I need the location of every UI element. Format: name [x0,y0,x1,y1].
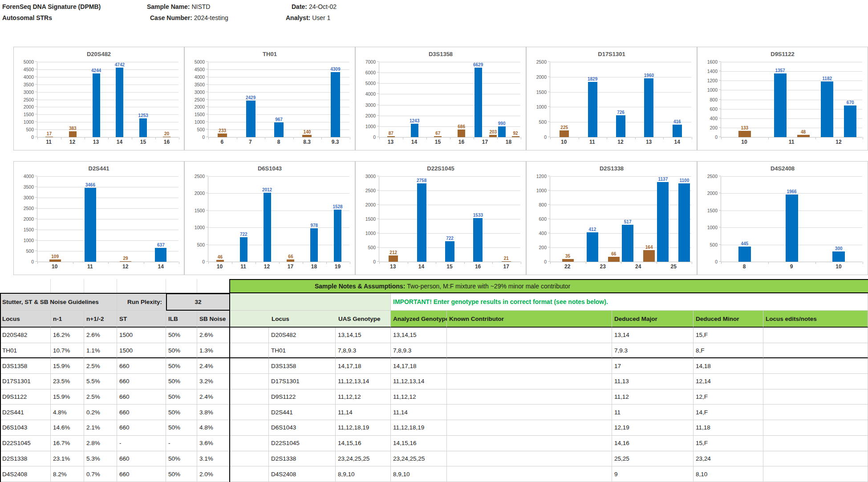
spacer-cell[interactable] [230,358,269,374]
genotype-cell[interactable] [447,451,612,467]
genotype-cell[interactable]: 11,12,12 [336,389,391,405]
spacer-cell[interactable] [230,389,269,405]
spacer-cell[interactable] [230,436,269,451]
genotype-cell[interactable]: 11,13 [612,374,694,389]
genotype-cell[interactable]: 14,17,18 [336,358,391,374]
guidelines-cell[interactable]: 1.3% [197,343,230,359]
guidelines-cell[interactable]: 3.1% [197,451,230,467]
guidelines-cell[interactable]: 2.4% [197,389,230,405]
genotype-cell[interactable]: 7,9.3 [612,343,694,359]
genotype-cell[interactable]: 11,12,18,19 [336,420,391,436]
guidelines-cell[interactable]: 4.8% [51,405,84,420]
guidelines-cell[interactable]: TH01 [0,343,51,359]
genotype-cell[interactable]: 11,12,12 [391,389,447,405]
genotype-cell[interactable]: 9 [612,466,694,482]
genotype-cell[interactable]: D9S1122 [269,389,336,405]
guidelines-cell[interactable]: 50% [166,343,197,359]
genotype-cell[interactable]: 11,14 [391,405,447,420]
genotype-cell[interactable] [447,436,612,451]
guidelines-cell[interactable]: 10.7% [51,343,84,359]
genotype-cell[interactable]: D2S1338 [269,451,336,467]
genotype-cell[interactable]: 17 [612,358,694,374]
genotype-cell[interactable] [763,374,868,389]
genotype-cell[interactable]: 11,14 [336,405,391,420]
genotype-cell[interactable]: 13,14,15 [336,328,391,343]
guidelines-cell[interactable]: 50% [166,420,197,436]
genotype-cell[interactable]: 12,14 [694,374,763,389]
genotype-cell[interactable]: 11 [612,405,694,420]
guidelines-cell[interactable]: D3S1358 [0,358,51,374]
spacer-cell[interactable] [230,466,269,482]
spacer-cell[interactable] [230,328,269,343]
genotype-cell[interactable] [763,343,868,359]
genotype-cell[interactable]: 13,14,15 [391,328,447,343]
guidelines-cell[interactable]: D20S482 [0,328,51,343]
guidelines-cell[interactable]: - [166,436,197,451]
genotype-cell[interactable]: 7,8,9.3 [336,343,391,359]
guidelines-cell[interactable]: 3.2% [197,374,230,389]
guidelines-cell[interactable]: D6S1043 [0,420,51,436]
empty-cell[interactable] [0,279,51,293]
guidelines-cell[interactable]: 15.9% [51,358,84,374]
genotype-cell[interactable] [447,389,612,405]
genotype-cell[interactable]: 8,9,10 [391,466,447,482]
guidelines-cell[interactable]: 50% [166,389,197,405]
genotype-cell[interactable]: 13,14 [612,328,694,343]
genotype-cell[interactable]: D3S1358 [269,358,336,374]
guidelines-cell[interactable]: 50% [166,358,197,374]
guidelines-cell[interactable]: 1500 [117,328,166,343]
guidelines-cell[interactable]: 2.8% [84,436,117,451]
genotype-cell[interactable]: 15,F [694,436,763,451]
genotype-cell[interactable] [763,405,868,420]
guidelines-cell[interactable]: 2.4% [197,358,230,374]
genotype-cell[interactable]: 11,18 [694,420,763,436]
guidelines-cell[interactable]: 5.3% [84,451,117,467]
empty-cell[interactable] [166,279,197,293]
genotype-cell[interactable] [447,358,612,374]
genotype-cell[interactable]: 23,24,25,25 [391,451,447,467]
genotype-cell[interactable]: D22S1045 [269,436,336,451]
guidelines-cell[interactable]: 0.2% [84,405,117,420]
guidelines-cell[interactable]: 3.6% [197,436,230,451]
guidelines-cell[interactable]: 660 [117,358,166,374]
guidelines-cell[interactable]: 14.6% [51,420,84,436]
guidelines-cell[interactable]: 2.5% [84,389,117,405]
genotype-cell[interactable]: 12,19 [612,420,694,436]
guidelines-cell[interactable]: 0.7% [84,466,117,482]
genotype-cell[interactable]: 15,F [694,328,763,343]
guidelines-cell[interactable]: 660 [117,451,166,467]
guidelines-cell[interactable]: 660 [117,420,166,436]
genotype-cell[interactable] [447,328,612,343]
genotype-cell[interactable]: 11,12,18,19 [391,420,447,436]
genotype-cell[interactable] [447,405,612,420]
genotype-cell[interactable]: 12,F [694,389,763,405]
genotype-cell[interactable]: 11,12,13,14 [336,374,391,389]
spacer-cell[interactable] [230,343,269,359]
genotype-cell[interactable]: 14,18 [694,358,763,374]
genotype-cell[interactable] [447,420,612,436]
genotype-cell[interactable]: 8,F [694,343,763,359]
guidelines-cell[interactable]: 16.7% [51,436,84,451]
genotype-cell[interactable]: 14,F [694,405,763,420]
guidelines-cell[interactable]: 3.8% [197,405,230,420]
genotype-cell[interactable]: 25,25 [612,451,694,467]
spacer-cell[interactable] [230,405,269,420]
genotype-cell[interactable] [763,451,868,467]
guidelines-cell[interactable]: 2.6% [197,328,230,343]
empty-cell[interactable] [117,279,166,293]
genotype-cell[interactable]: 8,9,10 [336,466,391,482]
guidelines-cell[interactable]: 1500 [117,343,166,359]
guidelines-cell[interactable]: D9S1122 [0,389,51,405]
guidelines-cell[interactable]: 50% [166,374,197,389]
empty-cell[interactable] [84,279,117,293]
genotype-cell[interactable]: D6S1043 [269,420,336,436]
guidelines-cell[interactable]: - [117,436,166,451]
genotype-cell[interactable]: 8,10 [694,466,763,482]
guidelines-cell[interactable]: 2.5% [84,358,117,374]
genotype-cell[interactable] [447,374,612,389]
guidelines-cell[interactable]: 2.6% [84,328,117,343]
guidelines-cell[interactable]: 660 [117,374,166,389]
genotype-cell[interactable] [447,343,612,359]
guidelines-cell[interactable]: 15.9% [51,389,84,405]
genotype-cell[interactable] [447,466,612,482]
